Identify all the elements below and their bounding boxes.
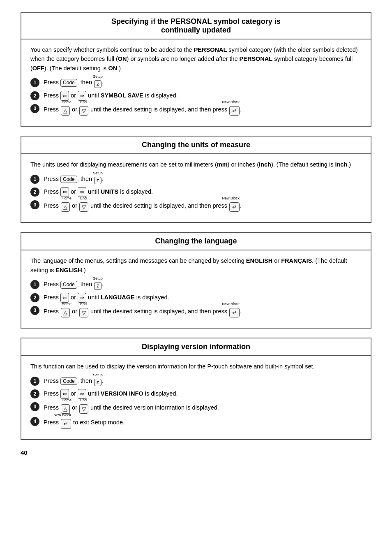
home-key-wrap: Home △: [61, 104, 70, 116]
home-key-wrap-u: Home △: [61, 200, 70, 212]
setup-z-key-wrap-u: Setup z: [94, 174, 101, 185]
step-num-3u: 3: [30, 200, 39, 209]
newblock-super: New Block: [222, 100, 240, 105]
step-content-2l: Press ⇐ or ⇒ until LANGUAGE is displayed…: [44, 293, 362, 303]
newblock-key-wrap: New Block ↵: [229, 104, 240, 116]
step-content-4v: Press New Block ↵ to exit Setup mode.: [44, 417, 362, 429]
intro-language: The language of the menus, settings and …: [30, 256, 362, 275]
code-key-u: Code: [60, 176, 77, 183]
code-key-l: Code: [60, 281, 77, 289]
step-content-1v: Press Code, then Setup z .: [44, 376, 362, 387]
section-title-personal-symbol: Specifying if the PERSONAL symbol catego…: [29, 17, 363, 35]
home-key-wrap-v: Home △: [61, 402, 70, 414]
setup-super-v: Setup: [93, 373, 103, 378]
section-body-language: The language of the menus, settings and …: [21, 250, 371, 328]
step-3-units: 3 Press Home △ or End ▽ until the desire…: [30, 200, 362, 212]
step-content-2u: Press ⇐ or ⇒ until UNITS is displayed.: [44, 187, 362, 197]
home-super-l: Home: [62, 301, 71, 307]
setup-super-u: Setup: [93, 171, 103, 176]
home-key-u: △: [61, 202, 70, 212]
z-key-l: z: [94, 282, 101, 290]
step-num-3v: 3: [30, 402, 39, 411]
end-super-v: End: [80, 398, 87, 403]
steps-personal-symbol: 1 Press Code, then Setup z . 2 Press ⇐ o…: [30, 78, 362, 116]
section-header-units: Changing the units of measure: [21, 137, 371, 154]
step-num-2u: 2: [30, 188, 39, 197]
end-super: End: [80, 100, 87, 105]
step-1-units: 1 Press Code, then Setup z .: [30, 174, 362, 185]
z-key-u: z: [94, 177, 101, 185]
step-content-2v: Press ⇐ or ⇒ until VERSION INFO is displ…: [44, 389, 362, 399]
step-content-1u: Press Code, then Setup z .: [44, 174, 362, 185]
section-units: Changing the units of measure The units …: [21, 136, 371, 223]
z-key-v: z: [94, 379, 101, 387]
section-body-version: This function can be used to display the…: [21, 356, 371, 439]
step-content-2: Press ⇐ or ⇒ until SYMBOL SAVE is displa…: [44, 91, 362, 101]
step-content-3v: Press Home △ or End ▽ until the desired …: [44, 402, 362, 414]
step-1-personal: 1 Press Code, then Setup z .: [30, 78, 362, 88]
section-header-personal-symbol: Specifying if the PERSONAL symbol catego…: [21, 13, 371, 39]
step-num-1v: 1: [30, 377, 39, 386]
step-3-ver: 3 Press Home △ or End ▽ until the desire…: [30, 402, 362, 414]
step-content-1: Press Code, then Setup z .: [44, 78, 362, 88]
steps-version: 1 Press Code, then Setup z . 2 Press ⇐ o…: [30, 376, 362, 429]
section-language: Changing the language The language of th…: [21, 232, 371, 329]
end-key-v: ▽: [79, 404, 88, 414]
step-num-3: 3: [30, 104, 39, 113]
step-num-2: 2: [30, 91, 39, 100]
newblock-key: ↵: [229, 106, 240, 116]
end-key: ▽: [79, 106, 88, 116]
newblock-super-l: New Block: [222, 301, 240, 307]
z-key: z: [94, 80, 101, 88]
steps-units: 1 Press Code, then Setup z . 2 Press ⇐ o…: [30, 174, 362, 212]
home-super-u: Home: [62, 196, 71, 201]
section-header-version: Displaying version information: [21, 338, 371, 356]
step-content-1l: Press Code, then Setup z .: [44, 280, 362, 290]
code-key-v: Code: [60, 377, 77, 385]
step-3-lang: 3 Press Home △ or End ▽ until the desire…: [30, 306, 362, 318]
end-key-wrap-v: End ▽: [79, 402, 88, 414]
home-super: Home: [62, 100, 71, 105]
section-title-language: Changing the language: [29, 237, 363, 245]
step-content-3u: Press Home △ or End ▽ until the desired …: [44, 200, 362, 212]
section-body-personal-symbol: You can specify whether symbols continue…: [21, 39, 371, 126]
step-num-2l: 2: [30, 293, 39, 302]
end-key-l: ▽: [79, 308, 88, 318]
section-title-units: Changing the units of measure: [29, 141, 363, 149]
intro-personal-symbol: You can specify whether symbols continue…: [30, 45, 362, 73]
end-key-wrap: End ▽: [79, 104, 88, 116]
home-key-l: △: [61, 308, 70, 318]
home-key-wrap-l: Home △: [61, 306, 70, 318]
newblock-key-wrap-u: New Block ↵: [229, 200, 240, 212]
intro-units: The units used for displaying measuremen…: [30, 160, 362, 169]
step-1-ver: 1 Press Code, then Setup z .: [30, 376, 362, 387]
newblock-key-u: ↵: [229, 202, 240, 212]
page-number: 40: [21, 449, 371, 456]
newblock-key-wrap-v4: New Block ↵: [61, 417, 71, 429]
end-key-wrap-u: End ▽: [79, 200, 88, 212]
section-header-language: Changing the language: [21, 233, 371, 250]
step-num-3l: 3: [30, 306, 39, 315]
code-key: Code: [60, 79, 77, 87]
section-personal-symbol: Specifying if the PERSONAL symbol catego…: [21, 12, 371, 127]
end-super-u: End: [80, 196, 87, 201]
setup-z-key-wrap: Setup z: [94, 78, 101, 88]
steps-language: 1 Press Code, then Setup z . 2 Press ⇐ o…: [30, 280, 362, 317]
newblock-key-wrap-l: New Block ↵: [229, 306, 240, 318]
home-key: △: [61, 106, 70, 116]
step-num-1u: 1: [30, 175, 39, 184]
end-key-u: ▽: [79, 202, 88, 212]
step-num-1: 1: [30, 78, 39, 87]
setup-z-key-wrap-v: Setup z: [94, 376, 101, 387]
newblock-key-l: ↵: [229, 308, 240, 318]
setup-super: Setup: [93, 74, 103, 80]
section-title-version: Displaying version information: [29, 343, 363, 351]
step-1-lang: 1 Press Code, then Setup z .: [30, 280, 362, 290]
step-num-1l: 1: [30, 280, 39, 289]
step-content-3: Press Home △ or End ▽ until the desired …: [44, 104, 362, 116]
section-body-units: The units used for displaying measuremen…: [21, 154, 371, 222]
end-key-wrap-l: End ▽: [79, 306, 88, 318]
intro-version: This function can be used to display the…: [30, 362, 362, 371]
setup-super-l: Setup: [93, 276, 103, 282]
section-version: Displaying version information This func…: [21, 338, 371, 440]
